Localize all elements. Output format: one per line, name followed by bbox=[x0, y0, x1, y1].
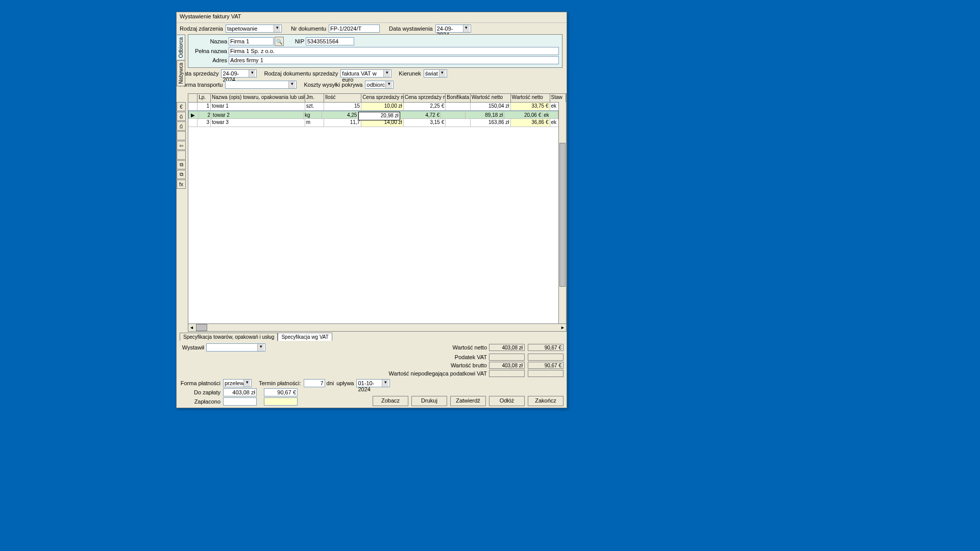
wartosc-brutto-label: Wartość brutto bbox=[451, 362, 487, 368]
rodzaj-dokumentu-select[interactable]: faktura VAT w euro bbox=[340, 69, 391, 78]
wartosc-netto-zl: 403,08 zł bbox=[489, 344, 525, 351]
cell[interactable]: m bbox=[305, 119, 324, 127]
forma-transportu-select[interactable] bbox=[225, 81, 297, 89]
cell[interactable]: kg bbox=[304, 112, 322, 119]
col-header[interactable]: Lp. bbox=[198, 94, 211, 102]
col-header[interactable]: Ilość bbox=[324, 94, 361, 102]
uplywa-select[interactable]: 01-10-2024 bbox=[356, 379, 390, 387]
adres-input[interactable]: Adres firmy 1 bbox=[229, 56, 559, 64]
cell[interactable] bbox=[441, 112, 465, 119]
wystawil-select[interactable] bbox=[206, 343, 265, 352]
side-button-6[interactable]: ⧉ bbox=[177, 160, 186, 169]
cell[interactable]: towar 2 bbox=[212, 112, 304, 119]
cell[interactable]: ek bbox=[543, 112, 558, 119]
cell[interactable]: 150,04 zł bbox=[471, 103, 511, 110]
col-header[interactable]: Staw bbox=[550, 94, 566, 102]
cell[interactable] bbox=[188, 119, 198, 127]
zaplacono-zl[interactable] bbox=[223, 397, 257, 406]
cell[interactable]: 10,00 zł bbox=[361, 103, 404, 110]
kierunek-select[interactable]: świat bbox=[424, 69, 447, 78]
wartosc-brutto-zl: 403,08 zł bbox=[489, 362, 525, 369]
table-row[interactable]: 1towar 1szt.1510,00 zł2,25 €150,04 zł33,… bbox=[188, 103, 566, 111]
cell[interactable] bbox=[188, 103, 198, 110]
col-header[interactable]: Nazwa (opis) towaru, opakowania lub usłu… bbox=[211, 94, 305, 102]
side-button-2[interactable]: ⎙ bbox=[177, 121, 186, 131]
nazwa-input[interactable]: Firma 1 bbox=[229, 37, 274, 45]
cell[interactable] bbox=[446, 103, 471, 110]
rodzaj-zdarzenia-label: Rodzaj zdarzenia bbox=[180, 26, 223, 32]
tab-odbiorca[interactable]: Odbiorca bbox=[177, 35, 185, 61]
zatwierdz-button[interactable]: Zatwierdź bbox=[450, 396, 486, 406]
cell[interactable]: towar 1 bbox=[211, 103, 305, 110]
cell[interactable]: 89,18 zł bbox=[465, 112, 505, 119]
vertical-scrollbar[interactable] bbox=[558, 102, 566, 324]
side-toolbar: €⎙⎙⇦⧉⧉fx bbox=[177, 102, 186, 189]
data-wystawienia-select[interactable]: 24-09-2024 bbox=[435, 24, 471, 33]
col-header[interactable] bbox=[188, 94, 198, 102]
cell[interactable]: 4,25 bbox=[322, 112, 358, 119]
data-sprzedazy-select[interactable]: 24-09-2024 bbox=[221, 69, 257, 78]
items-grid[interactable]: Lp.Nazwa (opis) towaru, opakowania lub u… bbox=[188, 93, 567, 332]
kierunek-label: Kierunek bbox=[399, 70, 421, 77]
rodzaj-dokumentu-label: Rodzaj dokumentu sprzedaży bbox=[264, 70, 338, 77]
side-button-8[interactable]: fx bbox=[177, 180, 186, 189]
tab-nabywca[interactable]: Nabywca bbox=[177, 60, 185, 86]
adres-label: Adres bbox=[191, 57, 227, 63]
cell[interactable]: 3,15 € bbox=[404, 119, 446, 127]
side-button-4[interactable]: ⇦ bbox=[177, 141, 186, 150]
cell[interactable]: 20,98 zł bbox=[358, 112, 400, 120]
table-row[interactable]: ▶2towar 2kg4,2520,98 zł4,72 €89,18 zł20,… bbox=[188, 111, 566, 119]
forma-platnosci-select[interactable]: przelew bbox=[223, 379, 252, 387]
odloz-button[interactable]: Odłóż bbox=[489, 396, 525, 406]
cell[interactable]: 3 bbox=[198, 119, 211, 127]
cell[interactable]: 15 bbox=[324, 103, 361, 110]
dni-label: dni bbox=[327, 380, 334, 386]
side-button-7[interactable]: ⧉ bbox=[177, 170, 186, 179]
side-button-3[interactable] bbox=[177, 131, 186, 140]
invoice-window: Wystawienie faktury VAT Rodzaj zdarzenia… bbox=[176, 12, 567, 408]
podatek-vat-label: Podatek VAT bbox=[455, 354, 487, 360]
koszty-wysylki-label: Koszty wysyłki pokrywa bbox=[304, 82, 362, 88]
drukuj-button[interactable]: Drukuj bbox=[411, 396, 447, 406]
zakoncz-button[interactable]: Zakończ bbox=[528, 396, 564, 406]
cell[interactable]: 4,72 € bbox=[400, 112, 441, 119]
cell[interactable]: 33,75 € bbox=[511, 103, 550, 110]
tab-specyfikacja-vat[interactable]: Specyfikacja wg VAT bbox=[278, 333, 332, 341]
zobacz-button[interactable]: Zobacz bbox=[373, 396, 408, 406]
horizontal-scrollbar[interactable]: ◄ ► bbox=[188, 323, 566, 331]
col-header[interactable]: Wartość netto bbox=[511, 94, 550, 102]
cell[interactable]: 36,86 € bbox=[511, 119, 550, 127]
nr-dokumentu-label: Nr dokumentu bbox=[291, 26, 326, 32]
koszty-wysylki-select[interactable]: odbiorca bbox=[365, 81, 394, 89]
side-button-1[interactable]: ⎙ bbox=[177, 112, 186, 121]
cell[interactable]: 2,25 € bbox=[404, 103, 446, 110]
forma-platnosci-label: Forma płatności bbox=[180, 380, 220, 386]
lookup-icon[interactable]: 🔍 bbox=[275, 37, 284, 46]
cell[interactable]: 1 bbox=[198, 103, 211, 110]
termin-platnosci-input[interactable]: 7 bbox=[304, 379, 325, 387]
col-header[interactable]: Cena sprzedaży netto bbox=[361, 94, 404, 102]
cell[interactable] bbox=[446, 119, 471, 127]
nip-input[interactable]: 5343551564 bbox=[306, 37, 354, 45]
zaplacono-eu[interactable] bbox=[264, 397, 298, 406]
side-button-5[interactable] bbox=[177, 151, 186, 160]
cell[interactable]: 20,06 € bbox=[504, 112, 543, 119]
nip-label: NIP bbox=[289, 38, 304, 44]
wystawil-label: Wystawił bbox=[180, 344, 204, 350]
nr-dokumentu-input[interactable]: FP-1/2024/T bbox=[329, 24, 380, 33]
pelna-nazwa-input[interactable]: Firma 1 Sp. z o.o. bbox=[229, 47, 559, 55]
col-header[interactable]: Bonifikata bbox=[446, 94, 471, 102]
zaplacono-label: Zapłacono bbox=[180, 398, 220, 405]
cell[interactable]: 11,7 bbox=[324, 119, 361, 127]
cell[interactable]: ▶ bbox=[190, 112, 199, 119]
col-header[interactable]: Cena sprzedaży netto bbox=[404, 94, 446, 102]
cell[interactable]: 163,86 zł bbox=[471, 119, 511, 127]
col-header[interactable]: Wartość netto bbox=[471, 94, 511, 102]
cell[interactable]: towar 3 bbox=[211, 119, 305, 127]
cell[interactable]: szt. bbox=[305, 103, 324, 110]
tab-specyfikacja-towarow[interactable]: Specyfikacja towarów, opakowań i usług bbox=[180, 333, 278, 341]
cell[interactable]: 2 bbox=[199, 112, 212, 119]
rodzaj-zdarzenia-select[interactable]: tapetowanie bbox=[226, 24, 282, 33]
col-header[interactable]: Jm. bbox=[305, 94, 324, 102]
side-button-0[interactable]: € bbox=[177, 102, 186, 111]
